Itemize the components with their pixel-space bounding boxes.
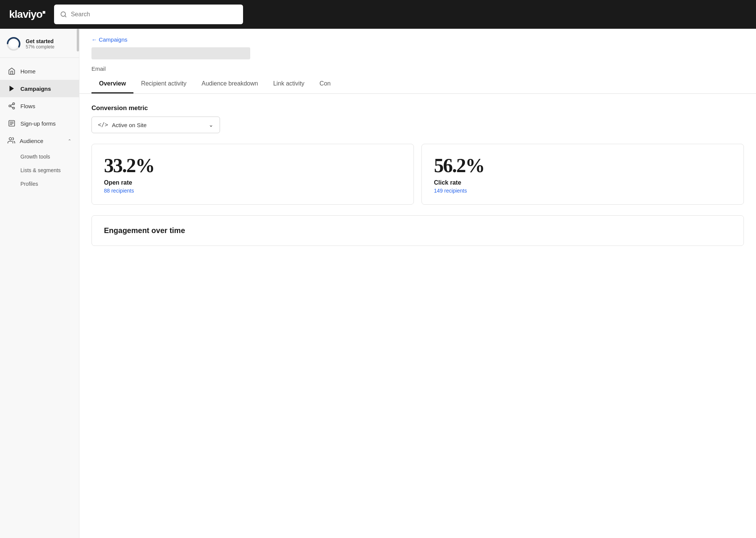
- tab-content[interactable]: Con: [312, 75, 338, 93]
- campaign-type-label: Email: [79, 62, 756, 72]
- sidebar-item-campaigns[interactable]: Campaigns: [0, 80, 79, 97]
- flows-icon: [8, 102, 16, 110]
- breadcrumb: ← Campaigns: [79, 29, 756, 43]
- get-started-title: Get started: [26, 38, 54, 44]
- scrollbar[interactable]: [77, 29, 79, 51]
- svg-line-10: [11, 104, 13, 105]
- app-logo: klaviyo■: [9, 8, 45, 20]
- sidebar-item-campaigns-label: Campaigns: [20, 86, 51, 92]
- engagement-title: Engagement over time: [104, 226, 731, 235]
- top-navigation: klaviyo■: [0, 0, 756, 29]
- conversion-metric-label: Conversion metric: [91, 104, 744, 112]
- search-bar[interactable]: [54, 5, 243, 24]
- open-rate-card: 33.2% Open rate 88 recipients: [91, 144, 414, 205]
- svg-point-15: [9, 138, 12, 140]
- sidebar-item-profiles[interactable]: Profiles: [0, 177, 79, 191]
- progress-circle: [6, 36, 21, 51]
- active-on-site-icon: </>: [98, 121, 108, 128]
- click-rate-label: Click rate: [434, 179, 731, 186]
- sidebar-audience-label: Audience: [20, 138, 43, 144]
- tab-overview[interactable]: Overview: [91, 75, 133, 93]
- sidebar-item-home[interactable]: Home: [0, 62, 79, 80]
- sidebar-item-audience[interactable]: Audience ⌃: [0, 132, 79, 150]
- tabs-bar: Overview Recipient activity Audience bre…: [79, 75, 756, 94]
- tab-recipient-activity[interactable]: Recipient activity: [133, 75, 194, 93]
- svg-line-1: [65, 16, 66, 17]
- open-rate-label: Open rate: [104, 179, 401, 186]
- sidebar-item-lists-segments[interactable]: Lists & segments: [0, 163, 79, 177]
- search-input[interactable]: [71, 11, 237, 18]
- sidebar-item-flows[interactable]: Flows: [0, 97, 79, 115]
- sidebar-nav: Home Campaigns: [0, 58, 79, 195]
- click-rate-card: 56.2% Click rate 149 recipients: [421, 144, 744, 205]
- main-content: ← Campaigns Email Overview Recipient act…: [79, 29, 756, 538]
- sidebar-item-signup-forms-label: Sign-up forms: [20, 120, 56, 127]
- campaigns-icon: [8, 84, 16, 93]
- sidebar-growth-tools-label: Growth tools: [20, 154, 50, 160]
- conversion-metric-value: Active on Site: [112, 122, 147, 128]
- sidebar-item-flows-label: Flows: [20, 103, 35, 109]
- conversion-metric-dropdown[interactable]: </> Active on Site ⌄: [91, 117, 220, 133]
- svg-point-4: [10, 40, 17, 48]
- engagement-over-time-card: Engagement over time: [91, 215, 744, 246]
- sidebar-lists-segments-label: Lists & segments: [20, 167, 61, 173]
- tab-link-activity[interactable]: Link activity: [266, 75, 312, 93]
- metric-cards: 33.2% Open rate 88 recipients 56.2% Clic…: [91, 144, 744, 205]
- search-icon: [60, 11, 67, 18]
- dropdown-chevron-icon: ⌄: [209, 121, 214, 128]
- open-rate-recipients[interactable]: 88 recipients: [104, 188, 401, 194]
- home-icon: [8, 67, 16, 75]
- sidebar-item-growth-tools[interactable]: Growth tools: [0, 150, 79, 163]
- signup-forms-icon: [8, 119, 16, 128]
- sidebar-item-home-label: Home: [20, 68, 36, 75]
- app-body: Get started 57% complete Home: [0, 29, 756, 538]
- sidebar: Get started 57% complete Home: [0, 29, 79, 538]
- sidebar-profiles-label: Profiles: [20, 181, 38, 187]
- campaigns-breadcrumb-link[interactable]: ← Campaigns: [91, 36, 127, 43]
- campaign-title-placeholder: [91, 47, 250, 59]
- svg-marker-5: [9, 86, 14, 92]
- get-started-section[interactable]: Get started 57% complete: [0, 29, 79, 58]
- audience-chevron-icon: ⌃: [68, 138, 71, 144]
- open-rate-value: 33.2%: [104, 155, 401, 176]
- audience-icon: [8, 137, 15, 145]
- get-started-text: Get started 57% complete: [26, 38, 54, 50]
- campaign-title-area: [79, 43, 756, 62]
- sidebar-item-signup-forms[interactable]: Sign-up forms: [0, 115, 79, 132]
- click-rate-recipients[interactable]: 149 recipients: [434, 188, 731, 194]
- click-rate-value: 56.2%: [434, 155, 731, 176]
- get-started-subtitle: 57% complete: [26, 44, 54, 50]
- content-area: Conversion metric </> Active on Site ⌄ 3…: [79, 94, 756, 257]
- tab-audience-breakdown[interactable]: Audience breakdown: [194, 75, 265, 93]
- svg-line-9: [11, 106, 13, 107]
